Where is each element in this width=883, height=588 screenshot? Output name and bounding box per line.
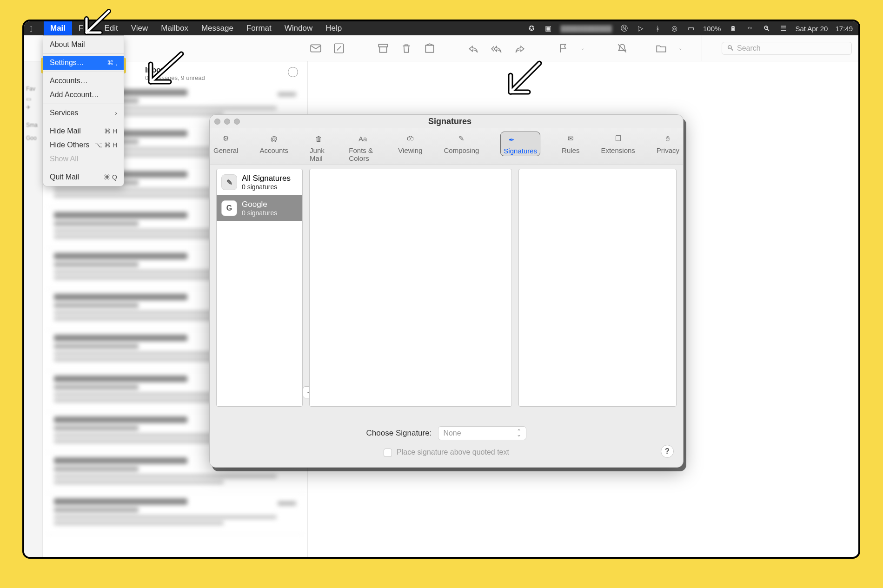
reply-icon[interactable] [467, 42, 479, 54]
notion-icon[interactable]: Ⓝ [619, 24, 629, 33]
shortcut: ⌘ , [107, 56, 117, 70]
menu-edit[interactable]: Edit [98, 21, 124, 35]
menu-separator [43, 122, 124, 122]
menu-window[interactable]: Window [278, 21, 319, 35]
choose-signature-label: Choose Signature: [366, 429, 432, 438]
mute-icon[interactable] [616, 42, 628, 54]
menu-help[interactable]: Help [319, 21, 348, 35]
all-signatures-icon: ✎ [221, 174, 237, 190]
menu-quit-mail[interactable]: Quit Mail⌘ Q [43, 170, 124, 184]
menu-accounts[interactable]: Accounts… [43, 74, 124, 88]
tab-rules[interactable]: ✉︎Rules [558, 130, 583, 156]
menu-settings[interactable]: Settings…⌘ , [43, 56, 124, 70]
tab-general[interactable]: ⚙︎General [210, 130, 242, 156]
search-spotlight-icon[interactable]: 🔍︎ [762, 24, 771, 33]
tab-junk[interactable]: 🗑︎Junk Mail [306, 130, 331, 164]
choose-signature-select[interactable]: None ⌃⌄ [438, 426, 526, 440]
airdrop-icon[interactable]: ◎ [670, 24, 679, 33]
menubar-date[interactable]: Sat Apr 20 [795, 25, 828, 33]
filter-icon[interactable] [288, 67, 298, 77]
account-sub: 0 signatures [242, 183, 291, 191]
display-icon[interactable]: ▭ [686, 24, 696, 33]
menu-file[interactable]: File [72, 21, 98, 35]
place-above-checkbox[interactable] [384, 449, 392, 457]
help-button[interactable]: ? [661, 445, 674, 458]
menu-hide-others[interactable]: Hide Others⌥ ⌘ H [43, 138, 124, 152]
compose-tab-icon: ✎ [453, 132, 469, 145]
menu-separator [43, 53, 124, 54]
sidebar-smart[interactable]: Sma [24, 121, 42, 129]
select-chevrons-icon: ⌃⌄ [517, 430, 521, 436]
sidebar-inbox-icon[interactable]: ▭ [24, 95, 42, 103]
wifi-icon[interactable]: ⌔ [745, 24, 754, 33]
sidebar-favorites[interactable]: Fav [24, 85, 42, 93]
account-name: All Signatures [242, 174, 291, 183]
search-icon: 🔍︎ [727, 44, 734, 53]
search-placeholder: Search [737, 44, 761, 53]
archive-icon[interactable] [377, 42, 389, 54]
envelope-icon[interactable] [310, 42, 322, 54]
close-dot[interactable] [214, 119, 220, 125]
place-above-row: Place signature above quoted text [210, 448, 683, 457]
flag-icon[interactable] [558, 42, 570, 54]
menu-view[interactable]: View [125, 21, 155, 35]
menu-add-account[interactable]: Add Account… [43, 88, 124, 102]
play-icon[interactable]: ▷ [636, 24, 645, 33]
trash-icon[interactable] [400, 42, 412, 54]
sidebar-google[interactable]: Goo [24, 134, 42, 142]
menu-format[interactable]: Format [240, 21, 278, 35]
user-icon[interactable]: ▣ [544, 24, 553, 33]
menu-hide-mail[interactable]: Hide Mail⌘ H [43, 124, 124, 138]
menu-mail[interactable]: Mail [44, 21, 72, 35]
forward-icon[interactable] [514, 42, 526, 54]
search-input[interactable]: 🔍︎ Search [722, 42, 852, 55]
menubar-time[interactable]: 17:49 [835, 25, 853, 33]
mailbox-sidebar: Fav ▭ ✈ Sma Goo [24, 61, 43, 557]
menu-message[interactable]: Message [195, 21, 240, 35]
control-center-icon[interactable]: ☰ [778, 24, 788, 33]
battery-icon[interactable]: 🔋︎ [728, 24, 737, 33]
reply-all-icon[interactable] [491, 42, 503, 54]
place-above-label: Place signature above quoted text [397, 448, 509, 456]
account-all-signatures[interactable]: ✎ All Signatures0 signatures [217, 169, 302, 195]
tab-privacy[interactable]: ✋︎Privacy [653, 130, 683, 156]
tab-viewing[interactable]: 👓︎Viewing [394, 130, 426, 156]
apple-logo-icon[interactable]:  [30, 24, 38, 33]
flag-chevron-icon[interactable]: ⌄ [581, 46, 584, 51]
junk-icon[interactable] [424, 42, 436, 54]
fonts-icon: Aa [355, 132, 371, 145]
menu-services[interactable]: Services› [43, 106, 124, 120]
compose-icon[interactable] [333, 42, 345, 54]
bluetooth-icon[interactable]: ᚼ [653, 24, 662, 33]
battery-pct: 100% [703, 25, 721, 33]
menubar:  Mail File Edit View Mailbox Message Fo… [24, 21, 858, 35]
signature-accounts-list[interactable]: ✎ All Signatures0 signatures G Google0 s… [216, 169, 303, 407]
signature-names-list[interactable] [309, 169, 512, 407]
signatures-body: ✎ All Signatures0 signatures G Google0 s… [216, 169, 677, 407]
sidebar-sent-icon[interactable]: ✈ [24, 103, 42, 112]
mac-screenshot:  Mail File Edit View Mailbox Message Fo… [22, 20, 860, 559]
choose-signature-value: None [443, 429, 461, 437]
accessibility-icon[interactable]: ✪ [527, 24, 536, 33]
signatures-window: Signatures ⚙︎General @Accounts 🗑︎Junk Ma… [209, 114, 684, 468]
shortcut: ⌘ H [104, 124, 117, 138]
account-google[interactable]: G Google0 signatures [217, 195, 302, 221]
tab-signatures[interactable]: ✒︎Signatures [497, 130, 544, 158]
junk-bin-icon: 🗑︎ [311, 132, 326, 145]
tab-accounts[interactable]: @Accounts [256, 130, 292, 156]
menu-mailbox[interactable]: Mailbox [154, 21, 195, 35]
shortcut: ⌘ Q [104, 170, 117, 184]
toolbar-divider [702, 35, 702, 61]
menu-separator [43, 168, 124, 168]
tab-extensions[interactable]: ❐Extensions [597, 130, 638, 156]
tab-composing[interactable]: ✎Composing [440, 130, 483, 156]
signature-editor[interactable] [518, 169, 677, 407]
move-icon[interactable] [655, 42, 667, 54]
move-chevron-icon[interactable]: ⌄ [678, 46, 682, 51]
tab-fonts[interactable]: AaFonts & Colors [345, 130, 380, 164]
menu-separator [43, 104, 124, 104]
message-item[interactable] [47, 494, 303, 535]
menu-about-mail[interactable]: About Mail [43, 38, 124, 52]
window-titlebar[interactable]: Signatures [210, 115, 683, 128]
puzzle-icon: ❐ [610, 132, 626, 145]
